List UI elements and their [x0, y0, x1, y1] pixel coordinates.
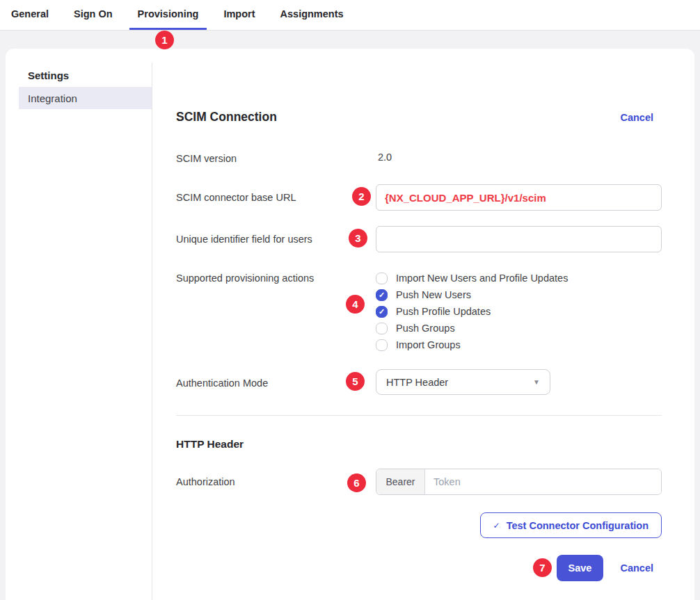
annotation-badge-2: 2 [352, 187, 371, 206]
tab-assignments[interactable]: Assignments [272, 0, 352, 30]
check-icon: ✓ [379, 308, 385, 316]
annotation-badge-6: 6 [347, 473, 366, 492]
annotation-badge-1: 1 [155, 31, 174, 49]
app-tab-bar: General Sign On Provisioning Import Assi… [0, 0, 700, 31]
checkbox-push-new-users[interactable]: ✓ [376, 289, 388, 301]
checkbox-label: Push Groups [396, 323, 455, 334]
scim-version-value: 2.0 [376, 152, 662, 165]
unique-id-label: Unique identifier field for users [176, 226, 376, 252]
annotation-badge-5: 5 [346, 372, 365, 391]
chevron-down-icon: ▼ [533, 378, 540, 386]
checkbox-push-profile-updates[interactable]: ✓ [376, 306, 388, 318]
test-connector-configuration-label: Test Connector Configuration [507, 520, 649, 531]
unique-id-input[interactable] [376, 226, 662, 252]
auth-mode-selected-value: HTTP Header [386, 377, 448, 388]
auth-mode-select[interactable]: HTTP Header ▼ [376, 369, 550, 395]
checkbox-import-new-users[interactable]: ✓ [376, 273, 388, 284]
checkbox-row-import-new-users[interactable]: ✓ Import New Users and Profile Updates [376, 270, 662, 286]
provisioning-actions-list: ✓ Import New Users and Profile Updates ✓… [376, 270, 662, 353]
checkbox-row-push-new-users[interactable]: ✓ Push New Users [376, 286, 662, 303]
checkbox-row-push-profile-updates[interactable]: ✓ Push Profile Updates [376, 303, 662, 320]
checkbox-label: Import Groups [396, 339, 461, 350]
checkbox-row-push-groups[interactable]: ✓ Push Groups [376, 320, 662, 337]
sidebar-item-label: Integration [28, 92, 77, 104]
checkbox-push-groups[interactable]: ✓ [376, 323, 388, 334]
bearer-prefix: Bearer [376, 469, 425, 494]
provisioning-actions-label: Supported provisioning actions [176, 270, 376, 353]
provisioning-settings-page: { "colors": { "accent": "#4a55d8", "badg… [0, 0, 700, 600]
checkbox-import-groups[interactable]: ✓ [376, 339, 388, 351]
tab-import[interactable]: Import [215, 0, 263, 30]
check-icon: ✓ [379, 291, 385, 299]
annotation-badge-4: 4 [346, 295, 365, 314]
token-input[interactable] [425, 469, 661, 494]
checkbox-label: Import New Users and Profile Updates [396, 273, 568, 284]
base-url-label: SCIM connector base URL [176, 184, 376, 211]
tab-sign-on[interactable]: Sign On [65, 0, 121, 30]
cancel-button-bottom[interactable]: Cancel [620, 562, 653, 574]
scim-connection-form: SCIM Connection Cancel SCIM version 2.0 … [176, 49, 662, 600]
checkbox-label: Push Profile Updates [396, 306, 491, 317]
base-url-input[interactable] [376, 184, 662, 211]
page-title: SCIM Connection [176, 110, 277, 124]
sidebar-divider [152, 63, 152, 600]
cancel-link-top[interactable]: Cancel [620, 112, 653, 123]
annotation-badge-3: 3 [349, 229, 367, 248]
sidebar-item-integration[interactable]: Integration [19, 87, 152, 109]
http-header-section-title: HTTP Header [176, 438, 244, 451]
scim-version-label: SCIM version [176, 152, 376, 165]
section-divider [176, 415, 662, 416]
sidebar-heading: Settings [28, 70, 69, 81]
tab-general[interactable]: General [3, 0, 57, 30]
checkbox-row-import-groups[interactable]: ✓ Import Groups [376, 337, 662, 353]
test-connector-configuration-button[interactable]: ✓ Test Connector Configuration [480, 512, 662, 538]
annotation-badge-7: 7 [533, 558, 552, 577]
authorization-input-group: Bearer [376, 469, 662, 495]
authorization-label: Authorization [176, 469, 376, 495]
checkbox-label: Push New Users [396, 289, 471, 300]
tab-provisioning[interactable]: Provisioning [129, 0, 207, 30]
check-icon: ✓ [493, 521, 500, 530]
save-button[interactable]: Save [557, 555, 604, 581]
settings-card: Settings Integration SCIM Connection Can… [6, 49, 694, 600]
